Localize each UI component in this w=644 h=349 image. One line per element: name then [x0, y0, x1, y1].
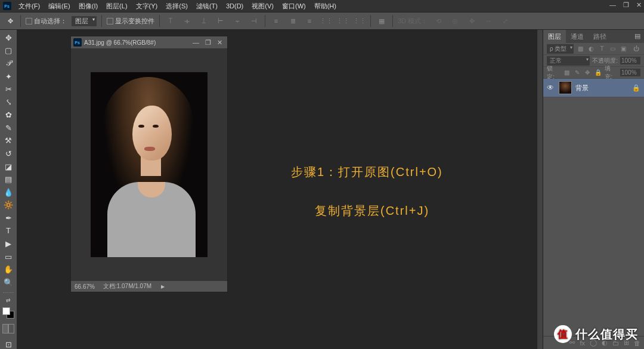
doc-minimize-icon[interactable]: —: [193, 39, 199, 47]
menu-window[interactable]: 窗口(W): [278, 2, 310, 11]
layer-lock-icon[interactable]: 🔒: [632, 84, 640, 92]
auto-select-label: 自动选择：: [34, 17, 67, 24]
hand-tool[interactable]: ✋: [2, 264, 15, 275]
tab-paths[interactable]: 路径: [589, 30, 611, 43]
visibility-toggle-icon[interactable]: 👁: [547, 84, 555, 92]
pen-tool[interactable]: ✒: [2, 212, 15, 224]
doc-restore-icon[interactable]: ❐: [205, 39, 211, 47]
move-tool-icon[interactable]: ✥: [5, 16, 16, 26]
auto-select-checkbox[interactable]: 自动选择：: [26, 17, 67, 26]
menu-layer[interactable]: 图层(L): [102, 2, 131, 11]
align-vcenter-icon[interactable]: ⟛: [181, 15, 193, 27]
menu-view[interactable]: 视图(V): [247, 2, 278, 11]
quick-select-tool[interactable]: ✦: [2, 71, 15, 82]
doc-close-icon[interactable]: ✕: [217, 39, 222, 47]
menu-edit[interactable]: 编辑(E): [44, 2, 75, 11]
clone-stamp-tool[interactable]: ⚒: [2, 135, 15, 147]
menu-select[interactable]: 选择(S): [162, 2, 192, 11]
svg-text:Ps: Ps: [4, 4, 10, 8]
lock-transparent-icon[interactable]: ▩: [562, 69, 571, 76]
align-hcenter-icon[interactable]: ⫟: [231, 15, 243, 27]
distribute-bottom-icon[interactable]: ≡: [304, 15, 315, 27]
slide-3d-icon: ↔: [482, 15, 494, 27]
filter-toggle-icon[interactable]: ⏻: [632, 45, 640, 52]
distribute-top-icon[interactable]: ≡: [270, 15, 282, 27]
annotation-step1: 步骤1：打开原图(Ctrl+O): [291, 164, 443, 180]
document-canvas[interactable]: [71, 48, 227, 281]
mode-3d-label: 3D 模式：: [398, 17, 428, 26]
show-transform-label: 显示变换控件: [115, 17, 154, 24]
tab-channels[interactable]: 通道: [566, 30, 589, 43]
collapsed-panel-strip[interactable]: [537, 30, 543, 349]
crop-tool[interactable]: ✂: [2, 84, 15, 95]
filter-pixel-icon[interactable]: ▩: [576, 45, 584, 52]
tools-panel: ✥ ▢ 𝒫 ✦ ✂ ⤥ ✿ ✎ ⚒ ↺ ◪ ▤ 💧 🔆 ✒ T ▶ ▭ ✋ 🔍 …: [0, 30, 17, 349]
fg-bg-color[interactable]: [2, 307, 14, 319]
zoom-level[interactable]: 66.67%: [75, 283, 95, 290]
ps-mini-icon: Ps: [73, 38, 82, 47]
menu-image[interactable]: 图像(I): [75, 2, 102, 11]
opacity-input[interactable]: [620, 57, 640, 64]
window-close-icon[interactable]: ✕: [636, 1, 642, 9]
watermark: 值 什么值得买: [554, 325, 638, 343]
history-brush-tool[interactable]: ↺: [2, 148, 15, 159]
move-tool[interactable]: ✥: [2, 32, 15, 44]
brush-tool[interactable]: ✎: [2, 122, 15, 134]
align-top-icon[interactable]: ⟙: [165, 15, 177, 27]
window-minimize-icon[interactable]: —: [609, 1, 616, 9]
auto-select-dropdown[interactable]: 图层: [72, 16, 97, 26]
fill-input[interactable]: [620, 69, 640, 76]
layer-thumbnail[interactable]: [559, 81, 572, 94]
ps-logo: Ps: [0, 0, 14, 12]
path-select-tool[interactable]: ▶: [2, 238, 15, 249]
show-transform-checkbox[interactable]: 显示变换控件: [107, 17, 154, 26]
lock-pixels-icon[interactable]: ✎: [573, 69, 581, 76]
tab-layers[interactable]: 图层: [543, 30, 566, 43]
marquee-tool[interactable]: ▢: [2, 45, 15, 57]
align-left-icon[interactable]: ⊢: [215, 15, 227, 27]
distribute-right-icon[interactable]: ⋮⋮: [354, 15, 366, 27]
quickmask-toggle[interactable]: [2, 324, 14, 333]
menu-type[interactable]: 文字(Y): [132, 2, 162, 11]
panel-menu-icon[interactable]: ▤: [631, 30, 644, 43]
distribute-vcenter-icon[interactable]: ≣: [287, 15, 299, 27]
align-right-icon[interactable]: ⊣: [248, 15, 260, 27]
window-restore-icon[interactable]: ❐: [623, 1, 629, 9]
auto-align-icon[interactable]: ▦: [376, 15, 388, 27]
layer-name[interactable]: 背景: [575, 84, 589, 92]
swap-colors-icon[interactable]: ⇄: [6, 297, 11, 303]
status-menu-icon[interactable]: ▶: [161, 284, 165, 289]
healing-brush-tool[interactable]: ✿: [2, 109, 15, 121]
filter-shape-icon[interactable]: ▭: [608, 45, 617, 52]
orbit-3d-icon: ⟲: [432, 15, 444, 27]
dodge-tool[interactable]: 🔆: [2, 200, 15, 211]
pan-3d-icon: ✥: [466, 15, 478, 27]
layer-row-background[interactable]: 👁 背景 🔒: [543, 79, 644, 97]
rectangle-tool[interactable]: ▭: [2, 251, 15, 262]
eraser-tool[interactable]: ◪: [2, 161, 15, 172]
distribute-left-icon[interactable]: ⋮⋮: [320, 15, 332, 27]
svg-text:Ps: Ps: [75, 41, 80, 45]
filter-smart-icon[interactable]: ▣: [619, 45, 627, 52]
zoom-tool[interactable]: 🔍: [2, 277, 15, 288]
watermark-text: 什么值得买: [575, 326, 638, 342]
menu-filter[interactable]: 滤镜(T): [192, 2, 222, 11]
align-bottom-icon[interactable]: ⟘: [198, 15, 210, 27]
filter-adjust-icon[interactable]: ◐: [587, 45, 595, 52]
gradient-tool[interactable]: ▤: [2, 174, 15, 185]
menu-file[interactable]: 文件(F): [14, 2, 44, 11]
doc-info[interactable]: 文档:1.07M/1.07M: [103, 282, 151, 291]
blend-mode-dropdown[interactable]: 正常: [547, 56, 590, 66]
menu-help[interactable]: 帮助(H): [310, 2, 340, 11]
lock-all-icon[interactable]: 🔒: [594, 69, 602, 76]
type-tool[interactable]: T: [2, 226, 15, 237]
screen-mode-icon[interactable]: ⊡: [5, 340, 12, 349]
distribute-hcenter-icon[interactable]: ⋮⋮: [337, 15, 349, 27]
lasso-tool[interactable]: 𝒫: [2, 58, 15, 69]
filter-type-icon[interactable]: T: [597, 45, 606, 52]
layer-kind-filter[interactable]: ρ 类型: [547, 44, 574, 54]
blur-tool[interactable]: 💧: [2, 187, 15, 198]
lock-position-icon[interactable]: ✥: [583, 69, 592, 76]
menu-3d[interactable]: 3D(D): [222, 2, 247, 10]
eyedropper-tool[interactable]: ⤥: [2, 97, 15, 108]
